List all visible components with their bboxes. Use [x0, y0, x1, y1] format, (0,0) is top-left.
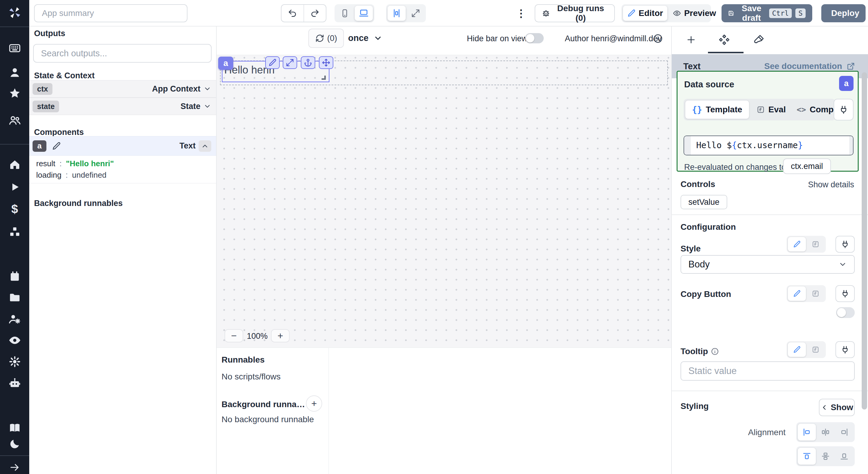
eval-function-button[interactable]	[807, 342, 825, 357]
anchor-component-button[interactable]	[301, 56, 315, 69]
preview-tab[interactable]: Preview	[669, 6, 720, 21]
variables-icon[interactable]: $	[0, 201, 29, 217]
save-draft-button[interactable]: Save draft Ctrl S	[721, 4, 812, 22]
reeval-dependency-chip[interactable]: ctx.email	[783, 159, 831, 174]
insert-component-tab[interactable]	[684, 33, 698, 46]
ctx-row[interactable]: ctx App Context	[29, 80, 216, 98]
global-styling-tab[interactable]	[752, 33, 766, 46]
user-icon[interactable]	[0, 64, 29, 81]
chevron-down-icon[interactable]	[204, 85, 211, 93]
eval-function-button[interactable]	[807, 237, 825, 251]
zoom-out-label: −	[231, 330, 237, 341]
debug-runs-button[interactable]: Debug runs (0)	[535, 4, 615, 22]
desktop-view-button[interactable]	[355, 6, 373, 21]
zoom-out-button[interactable]: −	[224, 329, 243, 342]
show-details-link[interactable]: Show details	[808, 180, 854, 190]
canvas-toolbar: (0) once Hide bar on view Author henri@w…	[217, 27, 671, 55]
static-pencil-button[interactable]	[788, 237, 806, 251]
code-close-brace: }	[798, 140, 803, 150]
result-kv-row[interactable]: result : "Hello henri"	[36, 159, 114, 168]
groups-admin-icon[interactable]	[0, 311, 29, 328]
resize-handle[interactable]	[321, 76, 326, 80]
home-icon[interactable]	[0, 156, 29, 173]
editor-tab[interactable]: Editor	[623, 6, 667, 21]
refresh-button[interactable]: (0)	[308, 29, 344, 48]
edit-component-button[interactable]	[265, 56, 280, 69]
section-divider	[29, 183, 216, 183]
windmill-logo[interactable]	[0, 4, 29, 21]
undo-button[interactable]	[281, 5, 304, 22]
docs-book-icon[interactable]	[0, 419, 29, 436]
show-styling-button[interactable]: Show	[819, 399, 855, 416]
info-icon[interactable]	[653, 34, 663, 43]
align-right-button[interactable]	[835, 424, 853, 441]
panel-scrollbar[interactable]	[862, 72, 867, 410]
outputs-panel: Outputs State & Context ctx App Context …	[29, 27, 217, 474]
tooltip-static-value-input[interactable]	[681, 361, 855, 381]
align-center-vertical-button[interactable]	[816, 448, 835, 465]
app-summary-input[interactable]	[34, 4, 187, 22]
center-layout-button[interactable]	[388, 6, 406, 21]
dark-mode-moon-icon[interactable]	[0, 435, 29, 452]
eval-tab[interactable]: Eval	[749, 100, 793, 119]
runs-icon[interactable]	[0, 178, 29, 196]
template-tab[interactable]: {} Template	[685, 100, 749, 119]
component-settings-tab[interactable]	[718, 33, 731, 46]
chevron-down-icon[interactable]	[204, 102, 211, 110]
add-background-runnable-button[interactable]: +	[306, 396, 322, 412]
search-outputs-input[interactable]	[33, 44, 212, 63]
star-icon[interactable]	[0, 85, 29, 102]
collapse-button[interactable]	[198, 140, 211, 152]
align-top-button[interactable]	[798, 448, 816, 465]
rename-pencil-icon[interactable]	[52, 141, 61, 150]
expand-sidebar-arrow-icon[interactable]	[0, 459, 29, 474]
copy-button-toggle[interactable]	[836, 307, 855, 318]
setvalue-button[interactable]: setValue	[681, 195, 727, 209]
apps-icon[interactable]	[0, 40, 29, 57]
style-connect-button[interactable]	[835, 236, 855, 253]
see-documentation-link[interactable]: See documentation	[764, 61, 855, 71]
folders-icon[interactable]	[0, 289, 29, 306]
align-center-horizontal-button[interactable]	[816, 424, 835, 441]
redo-button[interactable]	[304, 5, 326, 22]
colon: :	[66, 170, 68, 180]
zoom-in-button[interactable]: +	[271, 329, 290, 342]
template-code-editor[interactable]: Hello ${ctx.username}	[684, 136, 854, 156]
audit-eye-icon[interactable]	[0, 332, 29, 349]
editor-preview-toggle: Editor Preview	[621, 4, 711, 22]
schedules-icon[interactable]	[0, 268, 29, 285]
loading-kv-row[interactable]: loading : undefined	[36, 170, 106, 180]
style-select[interactable]: Body	[681, 255, 855, 274]
preview-label: Preview	[684, 8, 716, 18]
info-icon[interactable]	[711, 347, 719, 356]
static-pencil-button[interactable]	[788, 286, 806, 301]
component-id-handle[interactable]: a	[218, 57, 233, 70]
fullscreen-button[interactable]	[407, 6, 424, 21]
code-expression: ctx.username	[737, 140, 798, 150]
settings-gear-icon[interactable]	[0, 353, 29, 370]
style-select-value: Body	[688, 259, 710, 270]
connect-plug-button[interactable]	[834, 99, 854, 121]
users-group-icon[interactable]	[0, 112, 29, 129]
static-pencil-button[interactable]	[788, 342, 806, 357]
align-left-button[interactable]	[798, 424, 816, 441]
expand-component-button[interactable]	[283, 56, 297, 69]
move-component-button[interactable]	[319, 56, 333, 69]
more-menu-button[interactable]: ⋮	[516, 6, 527, 21]
deploy-button[interactable]: Deploy	[821, 4, 866, 22]
copy-connect-button[interactable]	[835, 285, 855, 302]
ai-robot-icon[interactable]	[0, 375, 29, 392]
align-bottom-button[interactable]	[835, 448, 853, 465]
state-row[interactable]: state State	[29, 98, 216, 115]
tooltip-connect-button[interactable]	[835, 341, 855, 358]
schedule-dropdown[interactable]: once	[348, 33, 382, 43]
plug-icon	[841, 290, 849, 298]
show-label: Show	[831, 403, 853, 412]
component-a-row[interactable]: a Text	[29, 136, 216, 156]
mobile-view-button[interactable]	[336, 6, 353, 21]
hide-bar-toggle[interactable]	[525, 33, 544, 43]
eval-function-button[interactable]	[807, 286, 825, 301]
app-canvas[interactable]: Hello henri a − 100% +	[217, 55, 671, 347]
resources-icon[interactable]	[0, 224, 29, 240]
section-divider	[672, 391, 868, 391]
